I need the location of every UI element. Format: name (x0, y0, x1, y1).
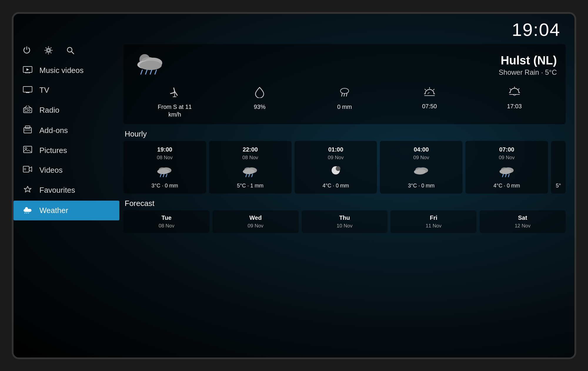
hourly-icon-2 (327, 164, 345, 180)
wind-value: From S at 11km/h (158, 103, 192, 118)
hourly-time-0: 19:0008 Nov (157, 146, 173, 161)
humidity-value: 93% (254, 103, 265, 111)
hourly-card-2[interactable]: 01:0009 Nov 4°C · 0 mm (295, 141, 377, 194)
svg-line-33 (150, 70, 152, 74)
svg-point-73 (500, 169, 511, 174)
hourly-card-0[interactable]: 19:0008 Nov (123, 141, 206, 194)
svg-line-74 (502, 174, 503, 177)
svg-line-25 (28, 212, 29, 214)
humidity-icon (254, 86, 265, 101)
forecast-date-4: 12 Nov (515, 223, 531, 229)
forecast-date-0: 08 Nov (158, 223, 174, 229)
current-weather-top: Hulst (NL) Shower Rain · 5°C (132, 50, 557, 80)
svg-line-39 (342, 94, 342, 96)
svg-rect-13 (25, 109, 28, 112)
forecast-card-4[interactable]: Sat 12 Nov (480, 210, 566, 233)
detail-sunrise: 07:50 (410, 86, 449, 118)
videos-label: Videos (39, 166, 63, 175)
hourly-time-1: 22:0008 Nov (242, 146, 258, 161)
svg-line-64 (249, 174, 250, 177)
sidebar-item-videos[interactable]: Videos (14, 161, 119, 180)
forecast-day-1: Wed (249, 214, 262, 221)
tv-icon (22, 85, 33, 95)
forecast-day-4: Sat (518, 214, 527, 221)
radio-label: Radio (39, 106, 59, 115)
rain-value: 0 mm (337, 103, 352, 111)
svg-point-38 (340, 88, 349, 94)
top-bar: 19:04 (14, 14, 574, 40)
sunset-value: 17:03 (507, 102, 522, 110)
sidebar-item-radio[interactable]: Radio (14, 100, 119, 120)
detail-humidity: 93% (240, 86, 279, 118)
pictures-label: Pictures (39, 146, 67, 155)
svg-line-24 (26, 212, 27, 214)
hourly-card-3[interactable]: 04:0009 Nov 3°C · 0 mm (380, 141, 462, 194)
search-button[interactable] (66, 46, 75, 55)
sunrise-value: 07:50 (422, 102, 437, 110)
music-videos-label: Music videos (39, 66, 83, 75)
hourly-card-partial: 5° (551, 141, 566, 194)
current-weather-main-icon (132, 50, 168, 80)
settings-button[interactable] (44, 46, 53, 55)
location-name: Hulst (NL) (499, 54, 557, 67)
sidebar-icons-row (14, 43, 119, 61)
addons-label: Add-ons (39, 126, 68, 135)
hourly-temp-4: 4°C · 0 mm (493, 183, 520, 189)
sunset-icon (508, 86, 521, 100)
current-location: Hulst (NL) Shower Rain · 5°C (499, 54, 557, 76)
forecast-section-title: Forecast (123, 199, 566, 208)
hourly-time-4: 07:0009 Nov (499, 146, 515, 161)
svg-point-67 (336, 166, 340, 171)
svg-rect-19 (23, 166, 29, 172)
forecast-cards: Tue 08 Nov Wed 09 Nov Thu 10 Nov Fri (123, 210, 566, 233)
tv-label: TV (39, 86, 49, 95)
rain-icon (339, 86, 350, 101)
clock: 19:04 (512, 19, 560, 40)
detail-sunset: 17:03 (495, 86, 534, 118)
partial-temp: 5° (556, 183, 561, 189)
forecast-day-2: Thu (339, 214, 350, 221)
location-condition: Shower Rain · 5°C (499, 68, 557, 76)
svg-line-32 (146, 70, 147, 74)
forecast-date-1: 09 Nov (248, 223, 263, 229)
sidebar-item-tv[interactable]: TV (14, 81, 119, 100)
sidebar-item-music-videos[interactable]: Music videos (14, 61, 119, 80)
svg-point-18 (25, 147, 27, 149)
svg-line-40 (344, 94, 345, 96)
sidebar-item-favourites[interactable]: Favourites (14, 180, 119, 200)
forecast-card-3[interactable]: Fri 11 Nov (390, 210, 477, 233)
svg-line-34 (155, 70, 156, 74)
hourly-card-4[interactable]: 07:0009 Nov (465, 141, 548, 194)
forecast-card-2[interactable]: Thu 10 Nov (302, 210, 388, 233)
pictures-icon (22, 146, 33, 155)
screen: 19:04 (14, 14, 574, 357)
svg-rect-8 (23, 86, 32, 92)
svg-point-12 (29, 109, 30, 111)
hourly-time-2: 01:0009 Nov (328, 146, 344, 161)
svg-line-63 (246, 174, 247, 177)
svg-point-0 (47, 49, 50, 51)
power-button[interactable] (22, 46, 31, 55)
forecast-section: Forecast Tue 08 Nov Wed 09 Nov Thu 10 N (123, 199, 566, 233)
svg-line-43 (425, 89, 426, 90)
sidebar-item-addons[interactable]: Add-ons (14, 121, 119, 140)
sunrise-icon (423, 86, 436, 100)
svg-line-65 (252, 174, 253, 177)
weather-icon (22, 205, 33, 216)
detail-wind: From S at 11km/h (156, 86, 194, 118)
sidebar-item-pictures[interactable]: Pictures (14, 141, 119, 160)
svg-line-58 (163, 174, 164, 177)
hourly-icon-1 (241, 164, 259, 180)
addons-icon (22, 125, 33, 136)
svg-line-44 (433, 89, 434, 90)
sidebar-item-weather[interactable]: Weather (14, 201, 119, 220)
main-layout: Music videos TV (14, 40, 574, 357)
forecast-card-0[interactable]: Tue 08 Nov (123, 210, 210, 233)
forecast-card-1[interactable]: Wed 09 Nov (213, 210, 299, 233)
svg-line-75 (505, 174, 506, 177)
radio-icon (22, 105, 33, 115)
svg-line-57 (160, 174, 161, 177)
hourly-card-1[interactable]: 22:0008 Nov (209, 141, 292, 194)
svg-line-50 (518, 89, 519, 89)
svg-point-62 (243, 169, 255, 174)
